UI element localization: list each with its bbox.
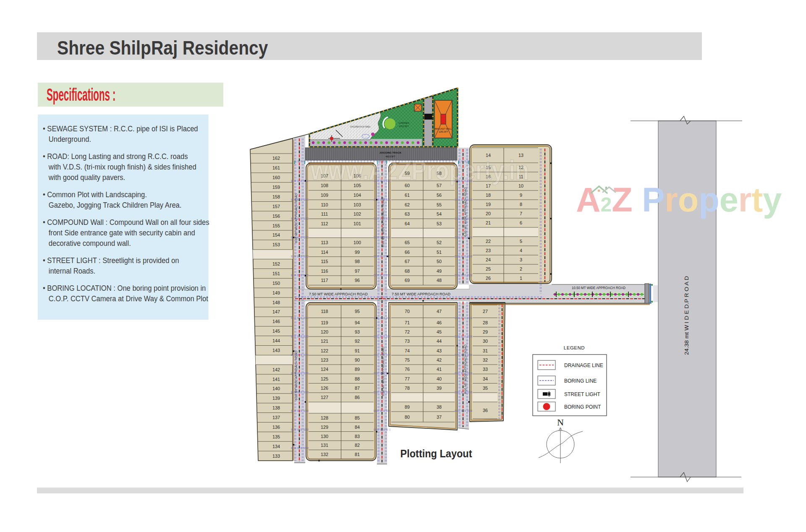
svg-text:68: 68 bbox=[405, 269, 410, 274]
svg-text:136: 136 bbox=[272, 425, 280, 430]
svg-text:159: 159 bbox=[272, 185, 280, 190]
svg-text:130: 130 bbox=[321, 434, 328, 439]
svg-text:148: 148 bbox=[272, 300, 280, 305]
svg-text:118: 118 bbox=[321, 309, 328, 314]
svg-text:CHILDREN PLAY AREA: CHILDREN PLAY AREA bbox=[350, 126, 371, 128]
svg-text:128: 128 bbox=[321, 415, 328, 420]
svg-text:74: 74 bbox=[405, 348, 410, 353]
svg-text:53: 53 bbox=[437, 221, 442, 226]
svg-text:127: 127 bbox=[321, 395, 328, 400]
svg-text:100: 100 bbox=[353, 240, 361, 245]
svg-text:GARDEN: GARDEN bbox=[398, 122, 409, 124]
svg-text:162: 162 bbox=[272, 156, 280, 161]
svg-text:65: 65 bbox=[405, 240, 410, 245]
svg-text:75: 75 bbox=[405, 357, 410, 362]
svg-text:46: 46 bbox=[437, 320, 442, 325]
svg-text:83: 83 bbox=[355, 434, 360, 439]
svg-text:STREET LIGHT: STREET LIGHT bbox=[564, 391, 600, 397]
svg-text:21: 21 bbox=[486, 220, 491, 225]
svg-text:29: 29 bbox=[483, 329, 488, 334]
svg-text:113: 113 bbox=[321, 240, 328, 245]
svg-text:109: 109 bbox=[321, 193, 328, 198]
svg-text:147: 147 bbox=[272, 309, 280, 314]
svg-text:55: 55 bbox=[437, 202, 442, 207]
svg-text:40: 40 bbox=[437, 376, 442, 381]
svg-text:64: 64 bbox=[405, 221, 410, 226]
svg-text:49: 49 bbox=[437, 269, 442, 274]
svg-text:47: 47 bbox=[437, 309, 442, 314]
svg-text:48: 48 bbox=[437, 278, 442, 283]
svg-text:62: 62 bbox=[405, 202, 410, 207]
svg-text:6.00 MT WIDE APPROACH ROAD: 6.00 MT WIDE APPROACH ROAD bbox=[382, 347, 385, 396]
svg-text:129: 129 bbox=[321, 425, 328, 430]
svg-text:18: 18 bbox=[486, 193, 491, 198]
svg-text:92: 92 bbox=[355, 339, 360, 344]
svg-text:6.00 MT WIDE APPROACH ROAD: 6.00 MT WIDE APPROACH ROAD bbox=[295, 351, 298, 400]
svg-text:1: 1 bbox=[520, 276, 522, 281]
svg-text:153: 153 bbox=[272, 242, 280, 247]
svg-text:77: 77 bbox=[405, 376, 410, 381]
svg-text:20: 20 bbox=[486, 211, 491, 216]
svg-text:99: 99 bbox=[355, 250, 360, 255]
svg-text:96: 96 bbox=[355, 278, 360, 283]
svg-text:39: 39 bbox=[437, 386, 442, 391]
svg-text:44: 44 bbox=[437, 339, 442, 344]
svg-text:9: 9 bbox=[520, 193, 522, 198]
svg-text:5: 5 bbox=[520, 239, 522, 244]
svg-text:36: 36 bbox=[483, 408, 488, 413]
svg-text:33: 33 bbox=[483, 367, 488, 372]
svg-text:126: 126 bbox=[321, 386, 328, 391]
svg-text:98: 98 bbox=[355, 259, 360, 264]
svg-text:28: 28 bbox=[483, 320, 488, 325]
svg-text:73: 73 bbox=[405, 339, 410, 344]
svg-text:LEGEND: LEGEND bbox=[564, 345, 585, 350]
svg-text:81: 81 bbox=[355, 452, 360, 457]
svg-text:27: 27 bbox=[483, 309, 488, 314]
svg-text:146: 146 bbox=[272, 319, 280, 324]
svg-text:66: 66 bbox=[405, 250, 410, 255]
svg-text:155: 155 bbox=[272, 223, 280, 228]
svg-text:70: 70 bbox=[405, 309, 410, 314]
svg-text:56: 56 bbox=[437, 193, 442, 198]
svg-text:110: 110 bbox=[321, 202, 328, 207]
svg-text:139: 139 bbox=[272, 396, 280, 401]
svg-text:30: 30 bbox=[483, 339, 488, 344]
svg-text:6.00 MT WIDE APPROACH ROAD: 6.00 MT WIDE APPROACH ROAD bbox=[382, 198, 385, 247]
svg-text:10.50 MT WIDE APPROACH ROAD: 10.50 MT WIDE APPROACH ROAD bbox=[572, 286, 625, 290]
svg-text:135: 135 bbox=[272, 434, 280, 439]
svg-text:132: 132 bbox=[321, 452, 328, 457]
svg-text:116: 116 bbox=[321, 269, 328, 274]
svg-text:78: 78 bbox=[405, 386, 410, 391]
svg-text:N: N bbox=[557, 417, 564, 428]
svg-text:86: 86 bbox=[355, 395, 360, 400]
svg-text:JOGGING TRACK: JOGGING TRACK bbox=[379, 151, 402, 154]
svg-text:101: 101 bbox=[353, 221, 361, 226]
svg-text:61: 61 bbox=[405, 193, 410, 198]
svg-text:89: 89 bbox=[405, 404, 410, 409]
svg-text:161: 161 bbox=[272, 165, 280, 170]
svg-text:149: 149 bbox=[272, 290, 280, 295]
svg-text:7: 7 bbox=[520, 211, 522, 216]
svg-text:158: 158 bbox=[272, 194, 280, 199]
svg-text:90: 90 bbox=[355, 357, 360, 362]
svg-text:144: 144 bbox=[272, 338, 280, 343]
svg-text:41: 41 bbox=[437, 367, 442, 372]
svg-text:84: 84 bbox=[355, 425, 360, 430]
svg-text:123: 123 bbox=[321, 357, 328, 362]
svg-text:157: 157 bbox=[272, 204, 280, 209]
svg-text:95: 95 bbox=[355, 309, 360, 314]
svg-text:7.50 MT WIDE APPROACH ROAD: 7.50 MT WIDE APPROACH ROAD bbox=[392, 292, 450, 296]
svg-text:111: 111 bbox=[321, 211, 328, 216]
svg-text:51: 51 bbox=[437, 250, 442, 255]
svg-text:6.00 MT WIDE APPROACH ROAD: 6.00 MT WIDE APPROACH ROAD bbox=[295, 193, 298, 243]
svg-text:45: 45 bbox=[437, 329, 442, 334]
svg-text:94: 94 bbox=[355, 320, 360, 325]
svg-text:120: 120 bbox=[321, 329, 328, 334]
svg-text:2: 2 bbox=[520, 266, 522, 271]
svg-text:125: 125 bbox=[321, 376, 328, 381]
svg-text:43: 43 bbox=[437, 348, 442, 353]
svg-text:26: 26 bbox=[486, 276, 491, 281]
svg-text:134: 134 bbox=[272, 444, 280, 449]
svg-text:52: 52 bbox=[437, 240, 442, 245]
svg-text:88: 88 bbox=[355, 376, 360, 381]
